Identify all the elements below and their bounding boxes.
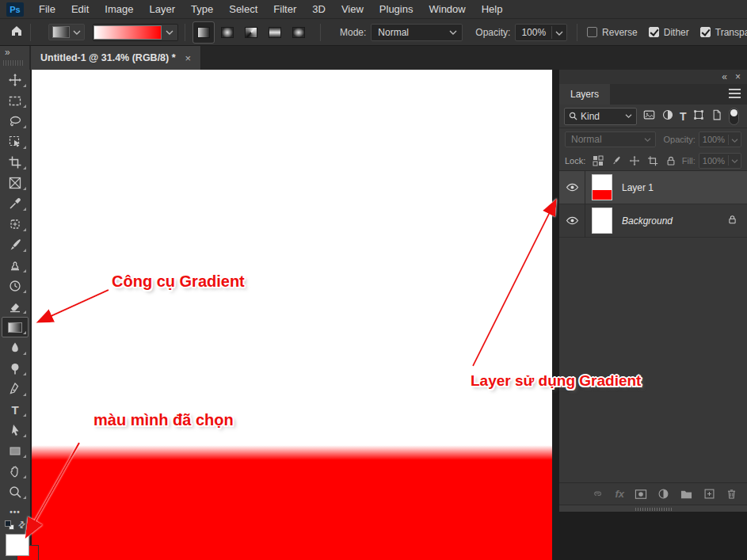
- zoom-tool[interactable]: [0, 482, 30, 502]
- swap-colors-icon[interactable]: ⇄: [16, 519, 29, 531]
- diamond-gradient-button[interactable]: [288, 22, 309, 43]
- filter-pixel-layers-icon[interactable]: [642, 109, 656, 124]
- gradient-picker-chevron[interactable]: [162, 25, 177, 40]
- close-tab-icon[interactable]: ×: [185, 52, 192, 64]
- mode-dropdown[interactable]: Normal: [371, 24, 463, 41]
- layer-row-layer1[interactable]: Layer 1: [559, 171, 747, 204]
- panel-menu-icon[interactable]: [729, 89, 741, 98]
- dither-checkbox[interactable]: [649, 27, 659, 37]
- reverse-checkbox[interactable]: [587, 27, 597, 37]
- panel-resize-grip[interactable]: [559, 505, 747, 512]
- new-adjustment-layer-icon[interactable]: [657, 488, 669, 500]
- layer-row-background[interactable]: Background: [559, 204, 747, 238]
- menu-3d[interactable]: 3D: [304, 0, 333, 19]
- document-tab[interactable]: Untitled-1 @ 31.4% (RGB/8) * ×: [31, 46, 201, 70]
- gradient-preview[interactable]: [93, 25, 162, 40]
- menu-image[interactable]: Image: [97, 0, 141, 19]
- healing-brush-tool[interactable]: [0, 214, 30, 234]
- document-canvas[interactable]: [32, 70, 552, 560]
- background-name[interactable]: Background: [622, 215, 673, 227]
- tab-layers[interactable]: Layers: [559, 84, 610, 105]
- gradient-editor-picker[interactable]: [93, 24, 178, 41]
- marquee-tool[interactable]: [0, 90, 30, 111]
- object-selection-tool[interactable]: [0, 131, 30, 152]
- eyedropper-tool[interactable]: [0, 193, 30, 214]
- double-chevron-icon[interactable]: »: [5, 47, 10, 58]
- menu-window[interactable]: Window: [421, 0, 473, 19]
- collapse-panel-icon[interactable]: «: [722, 72, 727, 82]
- blur-tool[interactable]: [0, 337, 30, 358]
- filter-toggle-switch[interactable]: [729, 108, 739, 125]
- add-layer-mask-icon[interactable]: [635, 489, 647, 500]
- dodge-tool[interactable]: [0, 358, 30, 379]
- tool-preset-picker[interactable]: [48, 24, 85, 40]
- menu-filter[interactable]: Filter: [265, 0, 304, 19]
- linear-gradient-button[interactable]: [193, 22, 214, 43]
- menu-plugins[interactable]: Plugins: [372, 0, 421, 19]
- reverse-checkbox-group[interactable]: Reverse: [587, 27, 638, 38]
- background-thumbnail[interactable]: [592, 208, 612, 234]
- crop-tool[interactable]: [0, 152, 30, 173]
- frame-tool[interactable]: [0, 173, 30, 193]
- lock-position-icon[interactable]: [629, 155, 640, 166]
- close-panel-icon[interactable]: ×: [735, 72, 741, 82]
- gradient-tool[interactable]: [0, 317, 30, 337]
- menu-type[interactable]: Type: [183, 0, 221, 19]
- kind-filter-dropdown[interactable]: Kind: [564, 108, 637, 125]
- menu-edit[interactable]: Edit: [63, 0, 97, 19]
- menu-file[interactable]: File: [31, 0, 63, 19]
- history-brush-tool[interactable]: [0, 276, 30, 296]
- default-colors-icon-front[interactable]: [5, 520, 11, 527]
- brush-tool[interactable]: [0, 234, 30, 255]
- toolbar-grip[interactable]: [3, 60, 24, 66]
- filter-type-layers-icon[interactable]: T: [680, 110, 687, 123]
- new-layer-icon[interactable]: [703, 488, 715, 500]
- path-selection-tool[interactable]: [0, 420, 30, 440]
- link-layers-icon[interactable]: [591, 488, 604, 500]
- dither-checkbox-group[interactable]: Dither: [649, 27, 689, 38]
- filter-adjustment-layers-icon[interactable]: [661, 109, 674, 124]
- transparency-checkbox-group[interactable]: Transparency: [700, 27, 747, 38]
- menu-select[interactable]: Select: [221, 0, 265, 19]
- lock-transparent-pixels-icon[interactable]: [593, 155, 604, 166]
- reflected-gradient-button[interactable]: [265, 22, 285, 43]
- opacity-value: 100%: [516, 27, 551, 38]
- move-tool[interactable]: [0, 70, 30, 90]
- fill-dropdown[interactable]: 100%: [699, 153, 741, 169]
- lock-all-icon[interactable]: [665, 155, 676, 166]
- home-icon[interactable]: [10, 24, 24, 41]
- filter-shape-layers-icon[interactable]: [692, 109, 705, 124]
- hand-tool[interactable]: [0, 461, 30, 482]
- angle-gradient-button[interactable]: [241, 22, 261, 43]
- clone-stamp-tool[interactable]: [0, 255, 30, 276]
- layers-tab-row: Layers: [559, 84, 747, 105]
- new-group-icon[interactable]: [680, 489, 693, 500]
- ps-logo-icon[interactable]: Ps: [6, 2, 24, 17]
- eraser-tool[interactable]: [0, 296, 30, 317]
- layer-style-fx-icon[interactable]: fx: [615, 488, 624, 500]
- blend-mode-dropdown[interactable]: Normal: [565, 131, 656, 147]
- foreground-color-swatch[interactable]: [6, 534, 29, 556]
- lasso-tool[interactable]: [0, 111, 30, 131]
- radial-gradient-button[interactable]: [217, 22, 238, 43]
- opacity-dropdown[interactable]: 100%: [515, 24, 567, 41]
- eye-icon: [566, 182, 579, 192]
- layer1-name[interactable]: Layer 1: [622, 182, 654, 193]
- filter-smart-objects-icon[interactable]: [711, 109, 722, 124]
- eye-icon: [566, 215, 579, 226]
- layer-opacity-dropdown[interactable]: 100%: [699, 131, 741, 147]
- menu-view[interactable]: View: [333, 0, 372, 19]
- pen-tool[interactable]: [0, 379, 30, 399]
- background-visibility-toggle[interactable]: [559, 204, 585, 238]
- type-tool[interactable]: T: [0, 399, 30, 420]
- lock-image-pixels-icon[interactable]: [611, 155, 622, 166]
- delete-layer-icon[interactable]: [726, 488, 737, 500]
- layer1-visibility-toggle[interactable]: [559, 171, 585, 204]
- rectangle-tool[interactable]: [0, 440, 30, 461]
- lock-artboard-icon[interactable]: [647, 155, 658, 166]
- menu-help[interactable]: Help: [474, 0, 511, 19]
- object-selection-icon: [8, 135, 22, 149]
- menu-layer[interactable]: Layer: [142, 0, 184, 19]
- layer1-thumbnail[interactable]: [592, 174, 612, 200]
- transparency-checkbox[interactable]: [700, 27, 711, 37]
